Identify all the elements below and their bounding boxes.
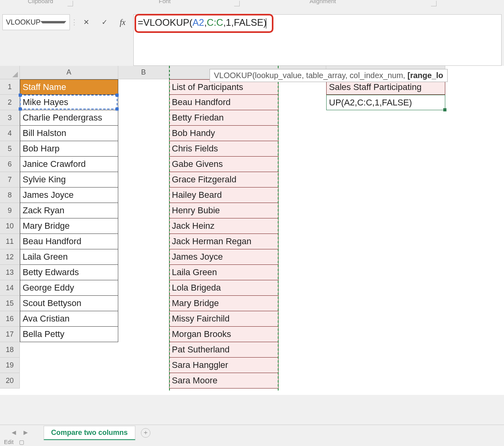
cell-A3[interactable]: Charlie Pendergrass [20, 110, 118, 126]
cell-A13[interactable]: Betty Edwards [20, 265, 118, 280]
formula-bar: VLOOKUP ⋮ ✕ ✓ fx =VLOOKUP(A2,C:C,1,FALSE… [0, 12, 504, 66]
row-header-8[interactable]: 8 [0, 188, 20, 203]
cell-C10[interactable]: Jack Heinz [169, 218, 279, 234]
cell-A17[interactable]: Bella Petty [20, 327, 118, 342]
confirm-formula-button[interactable]: ✓ [97, 14, 112, 30]
row-header-11[interactable]: 11 [0, 234, 20, 249]
cell-A6[interactable]: Janice Crawford [20, 157, 118, 172]
ribbon-group-alignment: Alignment [310, 0, 336, 4]
formula-tooltip: VLOOKUP(lookup_value, table_array, col_i… [210, 69, 448, 82]
ribbon-launcher-icon[interactable] [234, 1, 240, 6]
tab-next-icon[interactable]: ► [20, 429, 32, 437]
fill-handle[interactable] [443, 108, 446, 111]
cell-C11[interactable]: Jack Herman Regan [169, 234, 279, 249]
cell-C3[interactable]: Betty Friedan [169, 110, 279, 126]
cell-A11[interactable]: Beau Handford [20, 234, 118, 249]
row-header-17[interactable]: 17 [0, 327, 20, 342]
row-header-5[interactable]: 5 [0, 141, 20, 157]
cell-C8[interactable]: Hailey Beard [169, 188, 279, 203]
cell-C18[interactable]: Pat Sutherland [169, 342, 279, 358]
cell-C5[interactable]: Chris Fields [169, 141, 279, 157]
row-header-14[interactable]: 14 [0, 280, 20, 296]
row-header-16[interactable]: 16 [0, 311, 20, 327]
sheet-tab-active[interactable]: Compare two columns [44, 426, 135, 440]
row-header-4[interactable]: 4 [0, 126, 20, 141]
sheet-tabs-bar: ◄ ► Compare two columns ＋ [0, 425, 504, 440]
row-header-3[interactable]: 3 [0, 110, 20, 126]
cell-C19[interactable]: Sara Hanggler [169, 358, 279, 373]
cell-C7[interactable]: Grace Fitzgerald [169, 172, 279, 188]
add-sheet-button[interactable]: ＋ [141, 428, 150, 438]
cell-C13[interactable]: Laila Green [169, 265, 279, 280]
row-header-6[interactable]: 6 [0, 157, 20, 172]
cell-C2[interactable]: Beau Handford [169, 95, 279, 110]
row-headers: 1234567891011121314151617181920 [0, 79, 20, 389]
cell-A8[interactable]: James Joyce [20, 188, 118, 203]
insert-function-button[interactable]: fx [115, 14, 130, 30]
status-bar: Edit ▢ [0, 438, 24, 446]
tab-prev-icon[interactable]: ◄ [8, 429, 20, 437]
row-header-9[interactable]: 9 [0, 203, 20, 218]
ribbon-groups: Clipboard Font Alignment [0, 0, 504, 12]
row-header-15[interactable]: 15 [0, 296, 20, 311]
row-header-19[interactable]: 19 [0, 358, 20, 373]
row-header-13[interactable]: 13 [0, 265, 20, 280]
formula-bar-separator: ⋮ [73, 14, 75, 30]
cancel-formula-button[interactable]: ✕ [79, 14, 94, 30]
col-header-A[interactable]: A [20, 66, 118, 79]
cell-C15[interactable]: Mary Bridge [169, 296, 279, 311]
spreadsheet-grid[interactable]: VLOOKUP(lookup_value, table_array, col_i… [0, 66, 504, 395]
cell-A9[interactable]: Zack Ryan [20, 203, 118, 218]
cell-C9[interactable]: Henry Bubie [169, 203, 279, 218]
ribbon-group-font: Font [159, 0, 171, 4]
cell-A16[interactable]: Ava Cristian [20, 311, 118, 327]
cell-C12[interactable]: James Joyce [169, 249, 279, 265]
cell-A1[interactable]: Staff Name [20, 79, 118, 95]
cell-C16[interactable]: Missy Fairchild [169, 311, 279, 327]
cell-C17[interactable]: Morgan Brooks [169, 327, 279, 342]
macro-record-icon[interactable]: ▢ [19, 439, 24, 445]
cell-A5[interactable]: Bob Harp [20, 141, 118, 157]
col-header-B[interactable]: B [118, 66, 169, 79]
cell-C6[interactable]: Gabe Givens [169, 157, 279, 172]
ribbon-group-clipboard: Clipboard [28, 0, 53, 4]
text-cursor [266, 18, 266, 29]
row-header-7[interactable]: 7 [0, 172, 20, 188]
cell-E2[interactable]: UP(A2,C:C,1,FALSE) [326, 95, 445, 110]
name-box-value: VLOOKUP [6, 18, 40, 27]
ribbon-launcher-icon[interactable] [431, 1, 437, 6]
cell-A2[interactable]: Mike Hayes [20, 95, 118, 110]
row-header-20[interactable]: 20 [0, 373, 20, 389]
status-mode: Edit [4, 439, 13, 445]
select-all-cells[interactable] [0, 66, 20, 79]
cell-A14[interactable]: George Eddy [20, 280, 118, 296]
row-header-1[interactable]: 1 [0, 79, 20, 95]
ribbon-launcher-icon[interactable] [67, 1, 73, 6]
cell-A7[interactable]: Sylvie King [20, 172, 118, 188]
cell-A15[interactable]: Scout Bettyson [20, 296, 118, 311]
cell-A4[interactable]: Bill Halston [20, 126, 118, 141]
cell-A10[interactable]: Mary Bridge [20, 218, 118, 234]
chevron-down-icon[interactable] [40, 21, 66, 23]
cell-C14[interactable]: Lola Brigeda [169, 280, 279, 296]
row-header-10[interactable]: 10 [0, 218, 20, 234]
row-header-18[interactable]: 18 [0, 342, 20, 358]
row-header-12[interactable]: 12 [0, 249, 20, 265]
cell-C20[interactable]: Sara Moore [169, 373, 279, 389]
formula-input[interactable]: =VLOOKUP(A2,C:C,1,FALSE) [133, 14, 502, 66]
name-box[interactable]: VLOOKUP [2, 14, 70, 30]
cell-C4[interactable]: Bob Handy [169, 126, 279, 141]
cell-A12[interactable]: Laila Green [20, 249, 118, 265]
row-header-2[interactable]: 2 [0, 95, 20, 110]
